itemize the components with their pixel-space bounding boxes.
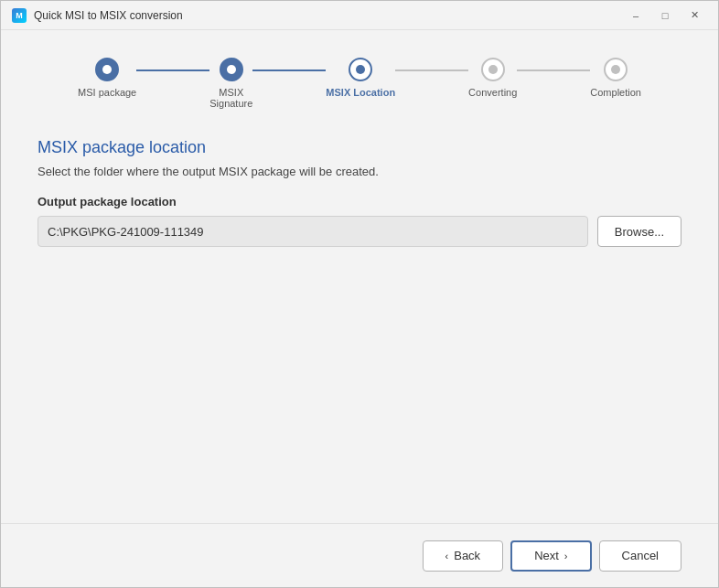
window-controls: – □ ✕ (623, 6, 707, 25)
step-completion: Completion (590, 58, 641, 98)
connector-2 (252, 69, 326, 71)
browse-button[interactable]: Browse... (597, 216, 681, 247)
content-area: MSI package MSIXSignature MSIX Location … (1, 30, 718, 523)
connector-4 (517, 69, 590, 71)
page-description: Select the folder where the output MSIX … (38, 165, 681, 178)
step-label-comp: Completion (590, 87, 641, 98)
stepper: MSI package MSIXSignature MSIX Location … (38, 48, 681, 109)
connector-1 (136, 69, 209, 71)
back-label: Back (454, 549, 480, 562)
step-msi-package: MSI package (78, 58, 136, 98)
footer: ‹ Back Next › Cancel (1, 523, 718, 587)
minimize-button[interactable]: – (623, 6, 649, 25)
step-circle-sig (220, 58, 243, 81)
app-window: M Quick MSI to MSIX conversion – □ ✕ MSI… (0, 0, 719, 588)
next-chevron-icon: › (564, 551, 568, 561)
cancel-button[interactable]: Cancel (599, 540, 681, 572)
path-input-row: Browse... (38, 216, 681, 247)
maximize-button[interactable]: □ (652, 6, 678, 25)
step-msix-location: MSIX Location (326, 58, 395, 98)
field-label: Output package location (38, 195, 681, 208)
window-title: Quick MSI to MSIX conversion (34, 9, 623, 22)
step-label-sig: MSIXSignature (209, 87, 252, 109)
main-content: MSIX package location Select the folder … (38, 131, 681, 523)
step-msix-signature: MSIXSignature (209, 58, 252, 109)
step-label-conv: Converting (468, 87, 517, 98)
app-icon: M (12, 8, 27, 23)
page-title: MSIX package location (38, 138, 681, 157)
next-button[interactable]: Next › (510, 540, 591, 572)
title-bar: M Quick MSI to MSIX conversion – □ ✕ (1, 1, 718, 30)
step-circle-conv (481, 58, 505, 81)
back-chevron-icon: ‹ (445, 551, 449, 561)
path-input[interactable] (38, 216, 588, 247)
step-label-loc: MSIX Location (326, 87, 395, 98)
step-circle-comp (604, 58, 628, 81)
step-circle-msi (95, 58, 119, 81)
connector-3 (395, 69, 468, 71)
step-circle-loc (349, 58, 372, 81)
back-button[interactable]: ‹ Back (423, 540, 504, 572)
step-label-msi: MSI package (78, 87, 136, 98)
next-label: Next (534, 549, 559, 562)
close-button[interactable]: ✕ (681, 6, 707, 25)
step-converting: Converting (468, 58, 517, 98)
